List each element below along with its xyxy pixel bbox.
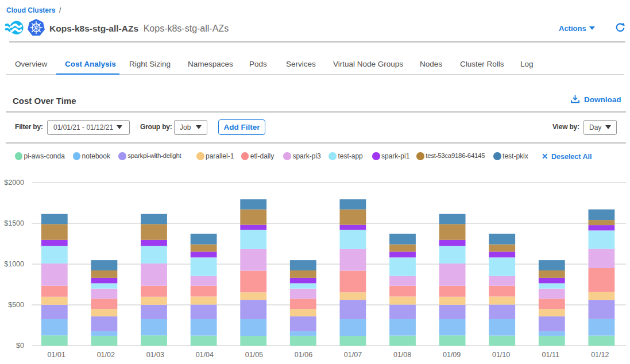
svg-text:01/12: 01/12 bbox=[591, 351, 609, 359]
svg-text:01/07: 01/07 bbox=[344, 351, 362, 359]
svg-text:$1500: $1500 bbox=[4, 219, 24, 227]
svg-text:01/03: 01/03 bbox=[146, 351, 164, 359]
svg-text:01/02: 01/02 bbox=[97, 351, 115, 359]
svg-text:01/10: 01/10 bbox=[492, 351, 510, 359]
svg-text:01/11: 01/11 bbox=[542, 351, 559, 359]
svg-text:$2000: $2000 bbox=[4, 179, 24, 187]
svg-text:01/04: 01/04 bbox=[196, 351, 214, 359]
svg-text:01/05: 01/05 bbox=[245, 351, 263, 359]
svg-text:$0: $0 bbox=[16, 342, 24, 350]
svg-text:01/06: 01/06 bbox=[295, 351, 312, 359]
svg-text:01/08: 01/08 bbox=[393, 351, 411, 359]
svg-text:01/01: 01/01 bbox=[48, 351, 65, 359]
svg-text:01/09: 01/09 bbox=[443, 351, 461, 359]
svg-text:$1000: $1000 bbox=[4, 260, 24, 268]
svg-text:$500: $500 bbox=[8, 301, 24, 309]
